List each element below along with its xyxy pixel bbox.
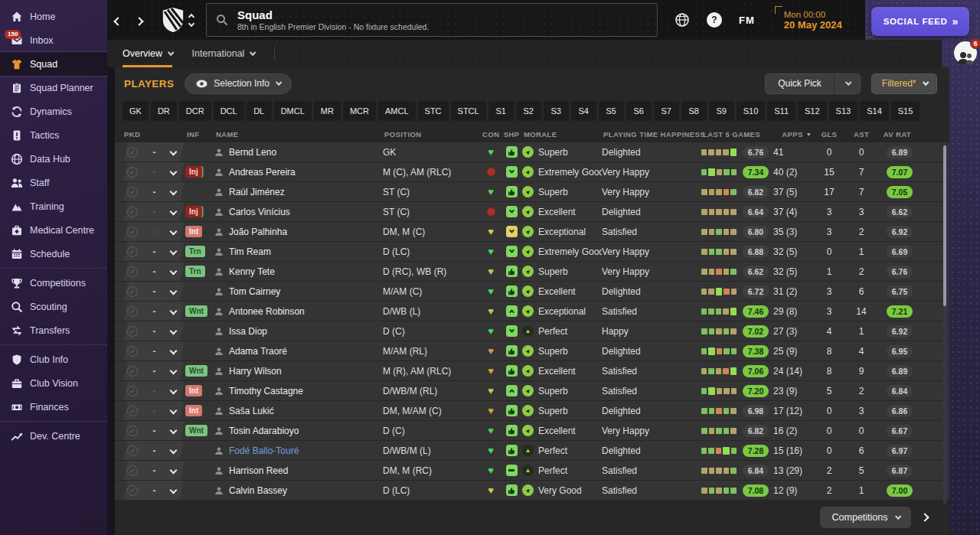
picked-check-icon[interactable]: ✓ [127,485,138,496]
info-badge-wnt[interactable]: Wnt [185,425,207,436]
position-filter-s1[interactable]: S1 [488,101,514,121]
column-header-pkd[interactable]: PKD [122,130,185,139]
sidebar-item-squad[interactable]: Squad [0,52,107,76]
sidebar-item-inbox[interactable]: 150Inbox [0,28,107,52]
info-badge-wnt[interactable]: Wnt [185,365,207,377]
position-filter-s8[interactable]: S8 [681,101,707,121]
position-filter-mcr[interactable]: MCR [343,101,376,121]
column-header-inf[interactable]: INF [185,130,214,139]
picked-check-icon[interactable]: ✓ [127,465,138,476]
picked-check-icon[interactable]: ✓ [127,426,138,436]
player-name[interactable]: Tom Cairney [229,286,280,297]
player-name[interactable]: Andreas Pereira [229,167,296,178]
picked-check-icon[interactable]: ✓ [127,227,138,237]
position-filter-stc[interactable]: STC [418,101,449,121]
position-filter-mr[interactable]: MR [314,101,341,121]
info-badge-trn[interactable]: Trn [185,246,205,257]
picked-check-icon[interactable]: ✓ [127,386,138,396]
position-filter-s14[interactable]: S14 [860,101,889,121]
position-filter-s10[interactable]: S10 [737,101,766,121]
table-row[interactable]: ✓-IntJoão PalhinhaDM, M (C)♥▲Exceptional… [115,222,949,241]
sidebar-item-competitions[interactable]: Competitions [0,271,107,295]
sidebar-item-tactics[interactable]: Tactics [0,123,107,147]
table-scrollbar[interactable] [943,145,946,504]
game-clock[interactable]: Mon 00:00 20 May 2024 [775,6,851,34]
column-header-ast[interactable]: AST [845,130,877,139]
player-name[interactable]: Issa Diop [229,326,267,337]
player-name[interactable]: Carlos Vinícius [229,207,290,217]
table-row[interactable]: ✓-InjCarlos ViníciusST (C)▲ExcellentDeli… [115,202,949,221]
help-icon[interactable]: ? [707,12,722,28]
player-name[interactable]: Harrison Reed [229,465,288,476]
table-row[interactable]: ✓-Harrison ReedDM, M (RC)♥▲PerfectSatisf… [115,461,949,480]
table-row[interactable]: ✓-TrnTim ReamD (LC)♥▲Extremely GoodVery … [115,242,949,261]
picked-check-icon[interactable]: ✓ [127,406,138,416]
search-title-box[interactable]: Squad 8th in English Premier Division - … [206,3,658,37]
position-filter-dl[interactable]: DL [247,101,272,121]
picked-check-icon[interactable]: ✓ [127,326,138,337]
sidebar-item-medical-centre[interactable]: Medical Centre [0,218,107,242]
filtered-button[interactable]: Filtered* [871,73,937,94]
column-header-apps[interactable]: APPS▼ [769,130,813,139]
picked-check-icon[interactable]: ✓ [127,346,138,357]
table-row[interactable]: ✓-Issa DiopD (C)♥▲PerfectHappy7.0227 (3)… [115,321,949,341]
column-header-shp[interactable]: SHP [501,130,522,139]
table-row[interactable]: ✓-TrnKenny TeteD (RC), WB (R)♥▲SuperbVer… [115,262,949,281]
position-filter-s4[interactable]: S4 [571,101,596,121]
table-row[interactable]: ✓-WntTosin AdarabioyoD (C)♥▲ExcellentVer… [115,421,949,440]
sidebar-item-home[interactable]: Home [0,5,107,28]
position-filter-s2[interactable]: S2 [516,101,541,121]
position-filter-dcr[interactable]: DCR [179,101,211,121]
column-header-last-5-games[interactable]: LAST 5 GAMES [701,130,769,139]
position-filter-amcl[interactable]: AMCL [378,101,416,121]
picked-check-icon[interactable]: ✓ [127,306,138,317]
picked-check-icon[interactable]: ✓ [127,286,138,297]
picked-check-icon[interactable]: ✓ [127,147,138,158]
table-row[interactable]: ✓-WntAntonee RobinsonD/WB (L)♥▲Exception… [115,302,949,321]
sidebar-item-finances[interactable]: Finances [0,395,107,419]
player-name[interactable]: Tim Ream [229,246,271,257]
social-feed-button[interactable]: SOCIAL FEED » [871,7,969,36]
competitions-button[interactable]: Competitions [820,507,911,528]
sidebar-item-staff[interactable]: Staff [0,171,107,194]
scrollbar-thumb[interactable] [943,145,946,306]
info-badge-int[interactable]: Int [185,226,202,237]
picked-check-icon[interactable]: ✓ [127,266,138,277]
picked-check-icon[interactable]: ✓ [127,207,138,217]
position-filter-s7[interactable]: S7 [654,101,679,121]
position-filter-s5[interactable]: S5 [599,101,624,121]
quick-pick-button[interactable]: Quick Pick [765,73,861,94]
table-row[interactable]: ✓-WntHarry WilsonM (R), AM (RLC)♥▲Excell… [115,361,949,380]
player-name[interactable]: Tosin Adarabioyo [229,426,299,436]
sidebar-item-data-hub[interactable]: Data Hub [0,147,107,171]
position-filter-gk[interactable]: GK [122,101,149,121]
table-row[interactable]: ✓-IntSaša LukićDM, M/AM (C)♥▲SuperbDelig… [115,401,949,420]
sidebar-item-squad-planner[interactable]: Squad Planner [0,76,107,99]
info-badge-inj[interactable]: Inj [185,206,202,217]
quick-pick-dropdown[interactable] [834,74,860,93]
selection-info-button[interactable]: Selection Info [185,73,291,94]
picked-check-icon[interactable]: ✓ [127,246,138,257]
tab-international[interactable]: International [192,40,254,67]
position-filter-s6[interactable]: S6 [626,101,652,121]
sidebar-item-schedule[interactable]: Schedule [0,242,107,266]
nav-back-button[interactable] [107,9,129,31]
sidebar-item-scouting[interactable]: Scouting [0,295,107,318]
player-name[interactable]: Timothy Castagne [229,386,303,396]
table-row[interactable]: ✓-Fodé Ballo-TouréD/WB/M (L)♥▲PerfectDel… [115,441,949,460]
picked-check-icon[interactable]: ✓ [127,366,138,377]
picked-check-icon[interactable]: ✓ [127,187,138,197]
info-badge-wnt[interactable]: Wnt [185,305,207,317]
position-filter-s11[interactable]: S11 [767,101,795,121]
player-name[interactable]: Antonee Robinson [229,306,305,317]
player-name[interactable]: Bernd Leno [229,147,276,158]
column-header-name[interactable]: NAME [214,130,383,139]
player-name[interactable]: Raúl Jiménez [229,187,285,197]
picked-check-icon[interactable]: ✓ [127,445,138,456]
column-header-morale[interactable]: MORALE [522,130,602,139]
sidebar-item-transfers[interactable]: Transfers [0,318,107,342]
info-badge-int[interactable]: Int [185,405,202,416]
position-filter-s15[interactable]: S15 [891,101,920,121]
nav-forward-button[interactable] [129,9,150,31]
column-header-con[interactable]: CON [481,130,501,139]
